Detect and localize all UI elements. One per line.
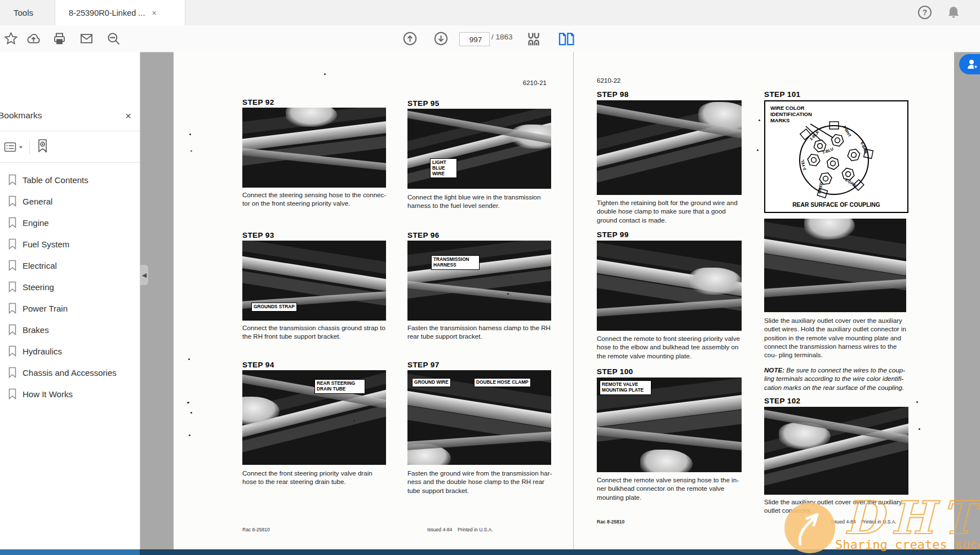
callout-rear-steering-drain-tube: REAR STEERING DRAIN TUBE xyxy=(314,379,365,394)
step-101-photo xyxy=(764,219,906,312)
bookmark-label: Hydraulics xyxy=(23,347,62,356)
step-92-caption: Connect the steering sensing hose to the… xyxy=(242,190,388,208)
bookmark-item[interactable]: Electrical xyxy=(0,255,140,276)
footer-issued: Issued 4-84 Printed in U.S.A. xyxy=(427,527,493,532)
find-current-bookmark-icon[interactable] xyxy=(36,138,50,156)
arrow-up-right-icon xyxy=(784,503,835,553)
step-98-caption: Tighten the retaining bolt for the groun… xyxy=(597,198,743,224)
bookmark-item[interactable]: Power Train xyxy=(0,298,140,319)
step-100-caption: Connect the remote valve sensing hose to… xyxy=(597,476,743,501)
wire-color-diagram: WIRE COLOR IDENTIFICATION MARKS xyxy=(764,100,908,213)
bookmark-label: Steering xyxy=(23,282,54,292)
page-view-options-icon[interactable] xyxy=(526,30,544,48)
hand xyxy=(511,125,551,149)
bookmark-icon xyxy=(8,324,17,335)
search-icon[interactable] xyxy=(106,31,121,46)
callout-transmission-harness: TRANSMISSION HARNESS xyxy=(431,255,480,270)
email-icon[interactable] xyxy=(79,31,94,46)
bookmarks-panel: Bookmarks × Tabl xyxy=(0,52,140,549)
cloud-upload-icon[interactable] xyxy=(26,31,41,46)
bookmark-icon xyxy=(8,174,17,185)
callout-double-hose-clamp: DOUBLE HOSE CLAMP xyxy=(474,378,531,387)
bookmark-label: Brakes xyxy=(23,325,49,335)
divider xyxy=(0,162,140,163)
bookmark-icon xyxy=(8,217,17,228)
bookmark-label: How It Works xyxy=(23,389,73,399)
step-94-photo: REAR STEERING DRAIN TUBE xyxy=(242,370,386,465)
bookmark-icon xyxy=(8,367,17,378)
step-99-caption: Connect the remote to front steering pri… xyxy=(597,334,743,360)
page-number-input[interactable] xyxy=(460,33,491,47)
bookmark-item[interactable]: Table of Contents xyxy=(0,169,140,190)
pdf-page-right: 6210-22 STEP 98 Tighten the retaining bo… xyxy=(573,52,954,549)
step-99-title: STEP 99 xyxy=(597,230,629,239)
step-95-caption: Connect the light blue wire in the trans… xyxy=(407,193,553,210)
close-tab-icon[interactable]: × xyxy=(152,8,156,17)
bookmark-item[interactable]: General xyxy=(0,190,140,212)
watermark-brand: DHT xyxy=(844,491,980,544)
step-98-title: STEP 98 xyxy=(597,90,629,99)
favorite-star-icon[interactable] xyxy=(3,31,19,46)
bookmark-label: Table of Contents xyxy=(23,175,88,185)
bookmarks-list: Table of Contents General Engine Fuel Sy… xyxy=(0,169,140,405)
help-icon[interactable]: ? xyxy=(917,5,933,20)
hand xyxy=(779,423,831,449)
step-94-caption: Connect the front steering priority valv… xyxy=(242,469,388,486)
bookmark-item[interactable]: Fuel System xyxy=(0,233,140,255)
step-100-photo: REMOTE VALVE MOUNTING PLATE xyxy=(597,378,742,472)
bookmarks-title: Bookmarks xyxy=(0,110,42,121)
print-icon[interactable] xyxy=(52,31,67,46)
bookmarks-toolbar xyxy=(3,135,50,159)
step-94-title: STEP 94 xyxy=(242,361,274,369)
step-93-photo: GROUNDS STRAP xyxy=(242,241,386,321)
hand xyxy=(804,219,855,239)
share-button[interactable] xyxy=(959,54,980,74)
acrobat-window: Tools 8-25390R0-Linked ... × ? xyxy=(0,0,980,555)
bookmark-icon xyxy=(8,238,17,250)
step-95-title: STEP 95 xyxy=(407,99,440,108)
step-98-photo xyxy=(597,100,742,195)
bookmark-label: Engine xyxy=(23,218,49,228)
svg-text:6-BRN: 6-BRN xyxy=(860,141,868,154)
tab-tools-label: Tools xyxy=(14,8,33,17)
bookmark-label: Fuel System xyxy=(23,239,69,249)
wire-diagram-caption: REAR SURFACE OF COUPLING xyxy=(765,202,907,208)
collapse-sidebar-handle[interactable]: ◀ xyxy=(140,265,148,285)
bookmark-item[interactable]: Brakes xyxy=(0,319,140,340)
svg-text:1-WHT: 1-WHT xyxy=(842,125,852,137)
bookmark-label: General xyxy=(23,197,52,206)
callout-ground-wire: GROUND WIRE xyxy=(412,378,451,387)
divider xyxy=(29,140,30,154)
hand xyxy=(689,268,742,295)
watermark-tagline: Sharing creates success xyxy=(835,538,980,552)
step-97-title: STEP 97 xyxy=(407,361,440,369)
previous-page-icon[interactable] xyxy=(402,31,418,46)
page-number-field[interactable] xyxy=(459,32,490,46)
bookmark-icon xyxy=(8,196,17,207)
bookmark-item[interactable]: Chassis and Accessories xyxy=(0,362,140,383)
bookmarks-close-icon[interactable]: × xyxy=(125,110,131,122)
bookmark-item[interactable]: Engine xyxy=(0,212,140,233)
step-101-note: NOTE: Be sure to connect the wires to th… xyxy=(764,366,908,392)
pdf-page-left: 6210-21 STEP 92 Connect the steering sen… xyxy=(174,52,573,549)
bottom-bar-left xyxy=(0,549,140,555)
hand xyxy=(242,397,280,425)
page-count: / 1863 xyxy=(491,33,513,41)
tab-tools[interactable]: Tools xyxy=(0,0,47,25)
bookmark-item[interactable]: Steering xyxy=(0,276,140,298)
bookmark-options-icon[interactable] xyxy=(3,140,24,154)
notifications-bell-icon[interactable] xyxy=(946,5,961,20)
bookmark-item[interactable]: Hydraulics xyxy=(0,340,140,362)
step-96-title: STEP 96 xyxy=(407,231,440,239)
divider xyxy=(0,131,140,131)
two-page-view-icon[interactable] xyxy=(558,30,575,48)
tab-document[interactable]: 8-25390R0-Linked ... × xyxy=(55,0,185,25)
next-page-icon[interactable] xyxy=(433,31,449,46)
bookmark-item[interactable]: How It Works xyxy=(0,383,140,405)
wire-diagram-label: WIRE COLOR IDENTIFICATION MARKS xyxy=(770,105,827,124)
bookmark-icon xyxy=(8,388,17,399)
callout-light-blue-wire: LIGHT BLUE WIRE xyxy=(430,158,457,178)
step-99-photo xyxy=(597,241,742,331)
step-97-photo: GROUND WIRE DOUBLE HOSE CLAMP xyxy=(407,370,551,465)
step-92-title: STEP 92 xyxy=(242,98,274,106)
